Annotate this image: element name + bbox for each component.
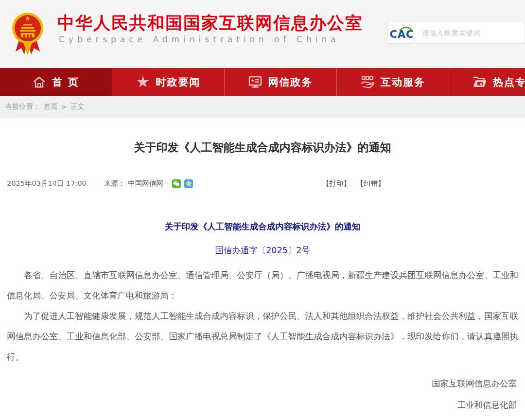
nav-item-label: 热点专题	[493, 75, 525, 89]
source-label: 来源：	[104, 179, 125, 188]
nav-item-label: 网信政务	[268, 75, 313, 89]
cac-logo: CAC	[388, 22, 416, 43]
nav-item-label: 互动服务	[381, 75, 425, 89]
home-icon	[33, 76, 46, 88]
nav-item-topics[interactable]: 热点专题	[449, 68, 525, 96]
nav-item-news[interactable]: 时政要闻	[112, 68, 225, 96]
site-title[interactable]: 中华人民共和国国家互联网信息办公室	[57, 12, 363, 35]
hand-blocks-icon	[360, 75, 374, 88]
correction-button[interactable]: 【纠错】	[357, 179, 385, 187]
source-name[interactable]: 中国网信网	[128, 179, 163, 188]
breadcrumb: 当前位置： 首页 > 正文	[0, 96, 525, 118]
document-number: 国信办通字〔2025〕2号	[0, 245, 525, 256]
body-paragraph: 为了促进人工智能健康发展，规范人工智能生成合成内容标识，保护公民、法人和其他组织…	[7, 306, 518, 367]
cac-logo-arc-icon	[399, 26, 413, 31]
wechat-share-icon[interactable]	[172, 179, 181, 188]
main-nav: 首 页 时政要闻 网信政务 互动服务	[0, 68, 525, 96]
signature-block: 国家互联网信息办公室 工业和信息化部 公安部 国家广播电视总局 2025年3月7…	[0, 373, 525, 420]
star-icon	[136, 75, 150, 88]
nav-item-label: 时政要闻	[156, 75, 201, 89]
site-header: 中华人民共和国国家互联网信息办公室 Cyberspace Administrat…	[0, 0, 525, 68]
breadcrumb-separator: >	[61, 103, 67, 111]
signature-line: 公安部	[0, 416, 517, 420]
search-box: CAC	[387, 22, 525, 44]
article-meta: 2025年03月14日 17:00 来源： 中国网信网 【打印】 【纠错】	[0, 179, 525, 190]
publish-date: 2025年03月14日 17:00	[7, 179, 87, 188]
breadcrumb-current: 正文	[70, 102, 85, 111]
nav-item-services[interactable]: 互动服务	[337, 68, 449, 96]
document-title: 关于印发《人工智能生成合成内容标识办法》的通知	[0, 221, 525, 232]
body-paragraph: 各省、自治区、直辖市互联网信息办公室、通信管理局、公安厅（局）、广播电视局，新疆…	[7, 265, 518, 306]
qzone-share-icon[interactable]	[184, 179, 193, 188]
folder-icon	[472, 76, 487, 88]
nav-item-home[interactable]: 首 页	[0, 68, 112, 96]
print-button[interactable]: 【打印】	[322, 179, 350, 187]
monitor-icon	[248, 75, 262, 88]
article-body: 各省、自治区、直辖市互联网信息办公室、通信管理局、公安厅（局）、广播电视局，新疆…	[0, 265, 525, 367]
signature-line: 工业和信息化部	[0, 395, 517, 416]
breadcrumb-label: 当前位置：	[5, 102, 40, 111]
nav-item-egov[interactable]: 网信政务	[225, 68, 337, 96]
signature-line: 国家互联网信息办公室	[0, 373, 517, 395]
article-page: 关于印发《人工智能生成合成内容标识办法》的通知 2025年03月14日 17:0…	[0, 118, 525, 420]
national-emblem-icon	[12, 11, 44, 56]
breadcrumb-home-link[interactable]: 首页	[44, 102, 58, 111]
search-input[interactable]	[416, 22, 525, 43]
site-subtitle-english: Cyberspace Administration of China	[59, 35, 340, 44]
page-title: 关于印发《人工智能生成合成内容标识办法》的通知	[0, 118, 525, 155]
nav-item-label: 首 页	[52, 75, 79, 89]
